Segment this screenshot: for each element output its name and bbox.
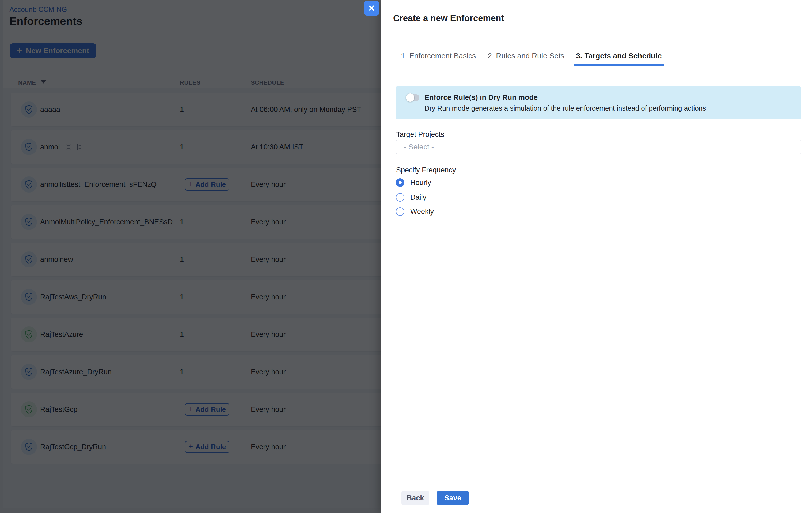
close-button[interactable]: ✕ bbox=[364, 1, 379, 16]
radio-label: Hourly bbox=[410, 178, 431, 187]
close-icon: ✕ bbox=[368, 3, 375, 13]
save-button[interactable]: Save bbox=[437, 491, 469, 505]
dry-run-description: Dry Run mode generates a simulation of t… bbox=[425, 104, 706, 112]
dry-run-toggle[interactable] bbox=[407, 94, 419, 101]
back-button[interactable]: Back bbox=[402, 491, 429, 505]
specify-frequency-label: Specify Frequency bbox=[396, 166, 456, 174]
tab-rules-and-rule-sets[interactable]: 2. Rules and Rule Sets bbox=[488, 45, 564, 67]
drawer-title: Create a new Enforcement bbox=[393, 13, 504, 23]
frequency-option-weekly[interactable]: Weekly bbox=[396, 207, 434, 216]
radio-unchecked-icon bbox=[396, 193, 404, 202]
tab-enforcement-basics[interactable]: 1. Enforcement Basics bbox=[401, 45, 476, 67]
frequency-option-hourly[interactable]: Hourly bbox=[396, 178, 431, 187]
create-enforcement-drawer: Create a new Enforcement 1. Enforcement … bbox=[381, 0, 812, 513]
target-projects-label: Target Projects bbox=[396, 131, 444, 139]
wizard-tabs: 1. Enforcement Basics 2. Rules and Rule … bbox=[381, 45, 812, 67]
radio-checked-icon bbox=[396, 178, 404, 187]
toggle-knob bbox=[406, 93, 414, 102]
dry-run-banner: Enforce Rule(s) in Dry Run mode Dry Run … bbox=[396, 86, 801, 119]
tab-targets-and-schedule[interactable]: 3. Targets and Schedule bbox=[576, 45, 662, 67]
select-placeholder: - Select - bbox=[404, 143, 434, 151]
radio-label: Weekly bbox=[410, 207, 434, 216]
frequency-option-daily[interactable]: Daily bbox=[396, 193, 426, 202]
target-projects-select[interactable]: - Select - bbox=[396, 140, 801, 154]
radio-label: Daily bbox=[410, 193, 426, 202]
dry-run-title: Enforce Rule(s) in Dry Run mode bbox=[425, 93, 538, 102]
radio-unchecked-icon bbox=[396, 207, 404, 216]
